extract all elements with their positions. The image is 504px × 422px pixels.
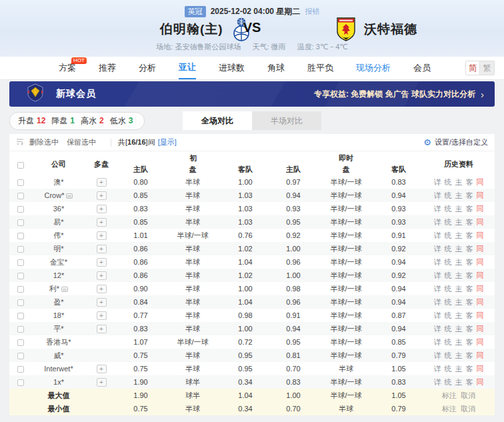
history-link-1[interactable]: 详 [434,191,441,199]
history-link-5[interactable]: 同 [477,298,484,306]
history-link-4[interactable]: 客 [466,191,473,199]
history-link-1[interactable]: 详 [434,271,441,279]
history-link-3[interactable]: 主 [455,351,463,359]
history-link-5[interactable]: 同 [477,231,484,239]
row-checkbox[interactable] [17,179,24,186]
history-link-4[interactable]: 客 [466,271,473,279]
history-link-1[interactable]: 详 [434,338,441,346]
expand-multi-button[interactable]: + [97,191,107,200]
row-checkbox[interactable] [17,379,24,386]
history-link-2[interactable]: 统 [445,231,452,239]
expand-multi-button[interactable]: + [97,245,107,253]
tab-full-match[interactable]: 全场对比 [183,111,252,130]
history-link-5[interactable]: 同 [477,245,484,253]
show-link[interactable]: [显示] [158,137,177,147]
nav-tab-4[interactable]: 亚让 [179,57,196,79]
history-link-2[interactable]: 统 [445,245,452,253]
nav-tab-2[interactable]: 推荐 [99,57,116,79]
history-link-2[interactable]: 统 [445,365,452,373]
history-link-5[interactable]: 同 [477,365,484,373]
history-link-5[interactable]: 同 [477,271,484,279]
history-link-5[interactable]: 同 [477,191,484,199]
expand-multi-button[interactable]: + [97,378,107,387]
history-link-3[interactable]: 主 [455,271,463,279]
history-link-5[interactable]: 同 [477,325,484,333]
settings-customize-button[interactable]: ⚙ 设置/选择自定义 [423,137,488,147]
nav-tab-7[interactable]: 胜平负 [307,57,333,79]
history-link-4[interactable]: 客 [466,231,473,239]
expand-multi-button[interactable]: + [97,365,107,373]
history-link-3[interactable]: 主 [455,205,463,213]
history-link-2[interactable]: 统 [445,351,452,359]
vip-benefits[interactable]: 专享权益: 免费解锁 免广告 球队实力对比分析 › [314,89,484,100]
nav-tab-8[interactable]: 现场分析 [356,57,391,79]
history-link-1[interactable]: 详 [434,231,441,239]
expand-multi-button[interactable]: + [97,285,107,293]
history-link-3[interactable]: 主 [455,231,463,239]
history-link-4[interactable]: 客 [466,351,473,359]
summary-action-1[interactable]: 标注 [442,405,457,413]
history-link-1[interactable]: 详 [434,245,441,253]
history-link-5[interactable]: 同 [477,311,484,319]
history-link-2[interactable]: 统 [445,205,452,213]
history-link-4[interactable]: 客 [466,298,473,306]
nav-tab-9[interactable]: 会员 [413,57,431,79]
history-link-1[interactable]: 详 [434,298,441,306]
history-link-4[interactable]: 客 [466,245,473,253]
nav-tab-3[interactable]: 分析 [139,57,156,79]
history-link-2[interactable]: 统 [445,271,452,279]
history-link-1[interactable]: 详 [434,325,441,333]
row-checkbox[interactable] [17,299,24,306]
history-link-5[interactable]: 同 [477,205,484,213]
history-link-2[interactable]: 统 [445,325,452,333]
keep-selected-button[interactable]: 保留选中 [67,137,96,147]
history-link-3[interactable]: 主 [455,245,463,253]
expand-multi-button[interactable]: + [97,311,107,320]
history-link-5[interactable]: 同 [477,285,484,293]
history-link-4[interactable]: 客 [466,311,473,319]
history-link-2[interactable]: 统 [445,338,452,346]
history-link-3[interactable]: 主 [455,258,463,266]
history-link-1[interactable]: 详 [434,205,441,213]
history-link-3[interactable]: 主 [455,311,463,319]
summary-action-2[interactable]: 取消 [461,405,475,413]
nav-tab-1[interactable]: 方案HOT [59,57,76,79]
history-link-2[interactable]: 统 [445,191,452,199]
expand-multi-button[interactable]: + [97,258,107,267]
history-link-1[interactable]: 详 [434,378,441,386]
history-link-5[interactable]: 同 [477,178,484,186]
summary-action-2[interactable]: 取消 [461,391,475,399]
history-link-1[interactable]: 详 [434,365,441,373]
history-link-4[interactable]: 客 [466,325,473,333]
expand-multi-button[interactable]: + [97,218,107,227]
history-link-5[interactable]: 同 [477,338,484,346]
history-link-1[interactable]: 详 [434,351,441,359]
history-link-3[interactable]: 主 [455,218,463,226]
nav-tab-6[interactable]: 角球 [267,57,285,79]
row-checkbox[interactable] [17,326,24,333]
expand-multi-button[interactable]: + [97,178,107,187]
lang-simplified-button[interactable]: 简 [465,61,480,75]
row-checkbox[interactable] [17,286,24,293]
delete-selected-button[interactable]: 删除选中 [29,137,59,147]
history-link-1[interactable]: 详 [434,218,441,226]
history-link-4[interactable]: 客 [466,365,473,373]
history-link-4[interactable]: 客 [466,178,473,186]
expand-multi-button[interactable]: + [97,231,107,240]
history-link-5[interactable]: 同 [477,378,484,386]
history-link-3[interactable]: 主 [455,378,463,386]
history-link-4[interactable]: 客 [466,285,473,293]
history-link-3[interactable]: 主 [455,285,463,293]
history-link-5[interactable]: 同 [477,218,484,226]
history-link-3[interactable]: 主 [455,191,463,199]
row-checkbox[interactable] [17,219,24,226]
vip-banner[interactable]: 新球会员 专享权益: 免费解锁 免广告 球队实力对比分析 › [9,81,495,107]
row-checkbox[interactable] [17,366,24,373]
row-checkbox[interactable] [17,353,24,359]
expand-multi-button[interactable]: + [97,325,107,333]
lang-traditional-button[interactable]: 繁 [480,61,495,75]
expand-multi-button[interactable]: + [97,298,107,307]
row-checkbox[interactable] [17,313,24,319]
row-checkbox[interactable] [17,259,24,266]
history-link-5[interactable]: 同 [477,258,484,266]
